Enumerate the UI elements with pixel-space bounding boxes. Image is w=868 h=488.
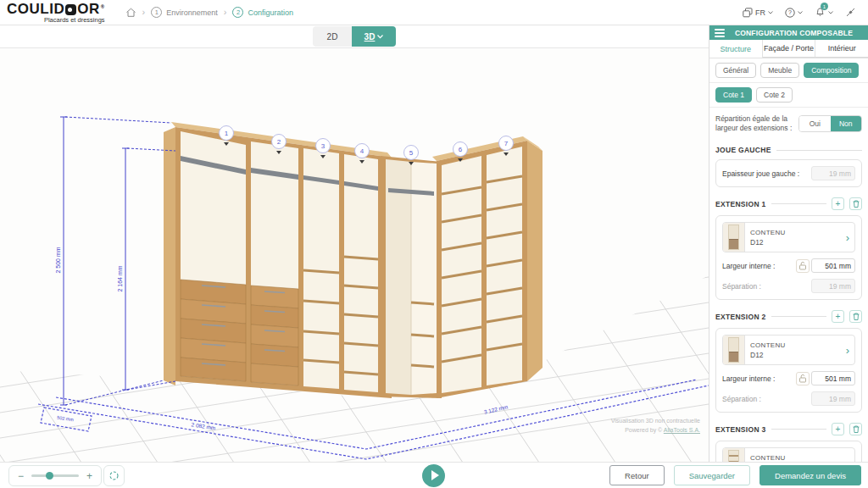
largeur-row: Largeur interne :: [722, 371, 855, 385]
dim-unit-height: 2 164 mm: [117, 265, 123, 291]
add-extension-button[interactable]: +: [832, 197, 844, 210]
coulidoor-logo[interactable]: COULIDOR® Placards et dressings: [0, 0, 114, 25]
trash-icon: [853, 425, 860, 433]
separation-input[interactable]: [811, 279, 855, 293]
breadcrumb: › 1 Environnement › 2 Configuration: [125, 7, 293, 18]
section-marker[interactable]: 3: [315, 138, 331, 153]
view-3d-button[interactable]: 3D: [352, 26, 396, 47]
contenu-selector[interactable]: CONTENU D12 ›: [722, 335, 855, 365]
divider: [771, 316, 826, 317]
repartition-non-option[interactable]: Non: [831, 116, 862, 131]
logo-text: COULIDOR®: [7, 1, 105, 18]
largeur-input-group: [796, 258, 855, 273]
section-marker[interactable]: 2: [271, 134, 287, 149]
bell-wrap: 1: [815, 6, 826, 19]
contenu-selector[interactable]: CONTENU D12 ›: [722, 222, 855, 252]
section-marker[interactable]: 6: [453, 141, 468, 157]
watermark: Visualisation 3D non contractuelle Power…: [611, 417, 700, 435]
breadcrumb-step-environnement[interactable]: 1 Environnement: [151, 7, 218, 18]
section-marker[interactable]: 5: [403, 145, 419, 160]
joue-gauche-title: JOUE GAUCHE: [715, 146, 771, 154]
divider: [771, 429, 826, 430]
separation-row: Séparation :: [722, 391, 855, 406]
separation-input[interactable]: [811, 391, 855, 406]
breadcrumb-step-configuration[interactable]: 2 Configuration: [232, 7, 293, 18]
unlock-button[interactable]: [796, 372, 810, 385]
contenu-code: D12: [750, 351, 841, 359]
contenu-label: CONTENU: [750, 454, 841, 462]
help-icon: ?: [785, 8, 795, 18]
app-window: COULIDOR® Placards et dressings › 1 Envi…: [0, 0, 868, 488]
pin-tool[interactable]: [845, 7, 856, 18]
play-button[interactable]: [422, 464, 445, 487]
notifications-menu[interactable]: 1: [815, 6, 833, 19]
zoom-in-button[interactable]: +: [86, 471, 92, 481]
config-sidebar: CONFIGURATION COMPOSABLE Structure Façad…: [709, 25, 868, 462]
largeur-input[interactable]: [811, 371, 855, 385]
contenu-thumbnail: [723, 448, 745, 462]
scene-3d[interactable]: 1 2 3 4 5 6 7 2 500 mm 2 164 mm 2 082 mm…: [0, 48, 709, 462]
add-extension-button[interactable]: +: [832, 310, 844, 323]
largeur-input[interactable]: [811, 258, 855, 273]
step1-label: Environnement: [166, 8, 218, 17]
watermark-link[interactable]: AliaTools S.A.: [664, 427, 700, 433]
sidebar-title: CONFIGURATION COMPOSABLE: [725, 29, 863, 37]
dim-wall-height: 2 500 mm: [55, 247, 61, 273]
subtab-meuble[interactable]: Meuble: [760, 63, 799, 78]
retour-button[interactable]: Retour: [609, 465, 665, 485]
chevron-down-icon: [798, 11, 803, 14]
zoom-slider-knob[interactable]: [46, 472, 53, 480]
repartition-oui-option[interactable]: Oui: [799, 116, 831, 131]
extension-1-title: EXTENSION 1: [715, 200, 766, 208]
chevron-right-icon: ›: [846, 448, 854, 462]
cote-1-button[interactable]: Cote 1: [715, 87, 752, 103]
watermark-line1: Visualisation 3D non contractuelle: [611, 417, 700, 426]
recenter-button[interactable]: [103, 465, 125, 486]
chevron-down-icon: [828, 11, 833, 14]
delete-extension-button[interactable]: [849, 197, 862, 210]
epaisseur-label: Epaisseur joue gauche :: [722, 169, 799, 178]
view-2d-button[interactable]: 2D: [313, 26, 352, 47]
view-3d-label: 3D: [364, 32, 376, 42]
demandez-devis-button[interactable]: Demandez un devis: [760, 465, 861, 485]
viewport-3d[interactable]: 2D 3D: [0, 25, 709, 462]
logo-right: OR: [77, 1, 100, 18]
contenu-selector[interactable]: CONTENU D7 ›: [722, 447, 855, 462]
help-menu[interactable]: ?: [785, 8, 803, 18]
chevron-right-icon: ›: [846, 223, 854, 252]
step1-circle: 1: [151, 7, 162, 18]
logo-o-icon: [65, 4, 76, 15]
divider: [776, 150, 862, 151]
repartition-toggle: Oui Non: [798, 115, 862, 132]
largeur-label: Largeur interne :: [722, 374, 775, 383]
tab-structure[interactable]: Structure: [709, 40, 763, 58]
view-mode-toggle: 2D 3D: [313, 26, 396, 47]
unlock-button[interactable]: [796, 259, 810, 273]
topbar: COULIDOR® Placards et dressings › 1 Envi…: [0, 0, 868, 25]
section-marker[interactable]: 4: [354, 143, 370, 158]
section-marker[interactable]: 1: [219, 125, 234, 141]
language-selector[interactable]: FR: [743, 8, 773, 18]
subtab-general[interactable]: Général: [715, 63, 756, 78]
section-marker[interactable]: 7: [498, 136, 514, 151]
cote-2-button[interactable]: Cote 2: [756, 87, 793, 103]
tab-facade-porte[interactable]: Façade / Porte: [763, 40, 816, 58]
add-extension-button[interactable]: +: [832, 423, 844, 435]
epaisseur-input[interactable]: [811, 166, 855, 180]
separation-label: Séparation :: [722, 395, 761, 403]
menu-icon[interactable]: [715, 29, 725, 37]
delete-extension-button[interactable]: [849, 423, 862, 435]
trash-icon: [853, 313, 860, 320]
breadcrumb-chevron-icon: ›: [224, 8, 227, 17]
lock-open-icon: [798, 374, 807, 383]
subtab-composition[interactable]: Composition: [804, 63, 859, 78]
zoom-out-button[interactable]: −: [18, 471, 24, 481]
tab-interieur[interactable]: Intérieur: [815, 40, 868, 58]
home-icon[interactable]: [125, 8, 136, 18]
delete-extension-button[interactable]: [849, 310, 862, 323]
sauvegarder-button[interactable]: Sauvegarder: [674, 465, 750, 485]
cote-selector: Cote 1 Cote 2: [709, 83, 868, 108]
contenu-thumbnail: [723, 223, 745, 252]
zoom-slider[interactable]: [31, 474, 79, 477]
joue-gauche-header: JOUE GAUCHE: [709, 141, 868, 157]
